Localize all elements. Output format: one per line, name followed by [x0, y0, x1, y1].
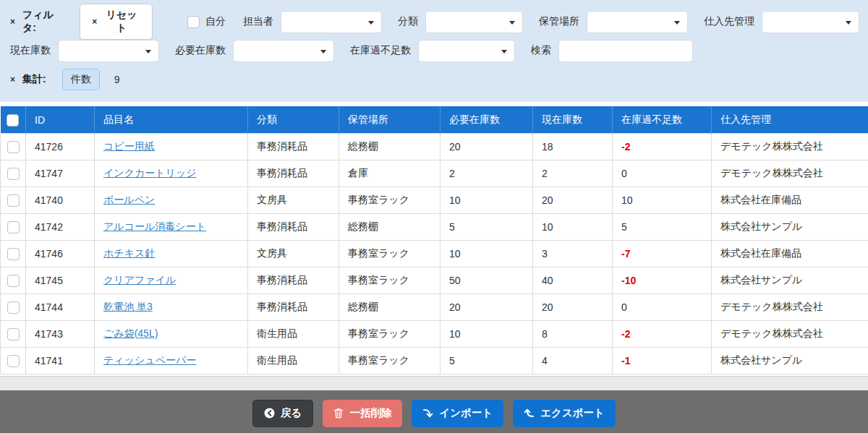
bulk-delete-button[interactable]: 一括削除 — [323, 400, 402, 427]
chevron-down-icon — [501, 50, 507, 53]
cell-stock-diff: -7 — [613, 241, 712, 267]
circle-arrow-left-icon — [264, 408, 275, 419]
count-badge: 件数 — [62, 69, 100, 90]
col-header-id[interactable]: ID — [26, 107, 95, 134]
row-checkbox[interactable] — [7, 355, 20, 367]
row-checkbox[interactable] — [7, 328, 20, 340]
col-header-stock-diff[interactable]: 在庫過不足数 — [613, 107, 712, 134]
cell-category: 事務消耗品 — [248, 160, 339, 187]
cell-stock-diff: 0 — [613, 160, 712, 187]
cell-supplier: デモテック株株式会社 — [712, 321, 868, 348]
inventory-table-wrap: ID 品目名 分類 保管場所 必要在庫数 現在庫数 在庫過不足数 仕入先管理 4… — [0, 106, 868, 374]
cell-current-stock: 40 — [533, 267, 613, 294]
item-link[interactable]: ごみ袋(45L) — [103, 327, 158, 339]
cell-current-stock: 8 — [533, 321, 613, 348]
row-checkbox-cell — [1, 321, 26, 348]
location-label: 保管場所 — [539, 15, 579, 28]
item-link[interactable]: ティッシュペーパー — [103, 354, 196, 366]
import-button-label: インポート — [439, 406, 493, 420]
supplier-select[interactable] — [762, 11, 859, 33]
chevron-down-icon — [674, 21, 680, 25]
horizontal-scrollbar-track[interactable] — [0, 376, 868, 390]
cell-item-name: クリアファイル — [95, 267, 248, 294]
filter-row-2: 現在庫数 必要在庫数 在庫過不足数 検索 — [10, 39, 859, 62]
row-checkbox[interactable] — [7, 301, 20, 314]
cell-location: 総務棚 — [339, 134, 441, 160]
cell-location: 事務室ラック — [339, 187, 441, 214]
table-row: 41740 ボールペン 文房具 事務室ラック 10 20 10 株式会社在庫備品 — [1, 187, 868, 214]
cell-supplier: 株式会社サンプル — [712, 214, 868, 241]
self-checkbox[interactable] — [187, 16, 200, 28]
cell-category: 事務消耗品 — [248, 294, 339, 321]
item-link[interactable]: ホチキス針 — [103, 247, 155, 259]
cell-item-name: ティッシュペーパー — [95, 348, 248, 374]
stock-diff-label: 在庫過不足数 — [350, 44, 411, 57]
item-link[interactable]: インクカートリッジ — [103, 167, 197, 179]
cell-required-stock: 10 — [441, 187, 533, 214]
cell-supplier: 株式会社在庫備品 — [712, 187, 868, 214]
self-checkbox-label: 自分 — [205, 15, 226, 28]
col-header-location[interactable]: 保管場所 — [339, 107, 441, 134]
summary-row: × 集計: 件数 9 — [10, 68, 859, 91]
row-checkbox[interactable] — [7, 275, 20, 287]
trash-icon — [333, 408, 344, 419]
reset-button[interactable]: × リセット — [80, 4, 153, 40]
cell-id: 41744 — [26, 294, 95, 321]
col-header-supplier[interactable]: 仕入先管理 — [712, 107, 868, 134]
cell-item-name: 乾電池 単3 — [95, 294, 248, 321]
item-link[interactable]: 乾電池 単3 — [103, 301, 153, 312]
cell-stock-diff: -10 — [613, 267, 712, 294]
row-checkbox-cell — [1, 267, 26, 294]
filter-collapse-icon[interactable]: × — [10, 17, 15, 27]
close-icon: × — [92, 17, 97, 27]
assignee-label: 担当者 — [243, 15, 273, 28]
cell-stock-diff: -2 — [613, 134, 712, 160]
assignee-select[interactable] — [281, 11, 382, 33]
cell-category: 事務消耗品 — [248, 214, 339, 241]
cell-id: 41742 — [26, 214, 95, 241]
cell-supplier: デモテック株株式会社 — [712, 134, 868, 160]
row-checkbox-cell — [1, 241, 26, 267]
cell-category: 衛生用品 — [248, 348, 339, 374]
summary-title: 集計: — [22, 73, 46, 86]
table-row: 41742 アルコール消毒シート 事務消耗品 総務棚 5 10 5 株式会社サン… — [1, 214, 868, 241]
col-header-required-stock[interactable]: 必要在庫数 — [441, 107, 533, 134]
chevron-down-icon — [320, 50, 326, 53]
supplier-label: 仕入先管理 — [704, 15, 754, 28]
row-checkbox[interactable] — [7, 194, 20, 207]
cell-required-stock: 10 — [441, 321, 533, 348]
select-all-checkbox[interactable] — [7, 114, 19, 127]
required-stock-select[interactable] — [233, 40, 334, 62]
cell-current-stock: 10 — [533, 214, 613, 241]
row-checkbox[interactable] — [7, 248, 20, 260]
curved-arrow-up-left-icon — [524, 408, 535, 419]
cell-required-stock: 50 — [441, 267, 533, 294]
export-button[interactable]: エクスポート — [513, 400, 616, 427]
col-header-current-stock[interactable]: 現在庫数 — [533, 107, 613, 134]
row-checkbox-cell — [1, 134, 26, 160]
item-link[interactable]: コピー用紙 — [103, 140, 155, 152]
search-input[interactable] — [558, 40, 693, 62]
cell-item-name: ごみ袋(45L) — [95, 321, 248, 348]
item-link[interactable]: アルコール消毒シート — [103, 220, 206, 232]
summary-collapse-icon[interactable]: × — [10, 74, 15, 85]
row-checkbox[interactable] — [7, 141, 20, 153]
row-checkbox[interactable] — [7, 168, 20, 180]
col-header-category[interactable]: 分類 — [248, 107, 339, 134]
cell-required-stock: 5 — [441, 348, 533, 374]
table-row: 41726 コピー用紙 事務消耗品 総務棚 20 18 -2 デモテック株株式会… — [1, 134, 868, 160]
import-button[interactable]: インポート — [412, 400, 503, 427]
table-body: 41726 コピー用紙 事務消耗品 総務棚 20 18 -2 デモテック株株式会… — [1, 134, 868, 374]
cell-id: 41740 — [26, 187, 95, 214]
col-header-item-name[interactable]: 品目名 — [95, 107, 248, 134]
cell-current-stock: 4 — [533, 348, 613, 374]
current-stock-select[interactable] — [58, 40, 159, 62]
cell-item-name: ホチキス針 — [95, 241, 248, 267]
item-link[interactable]: ボールペン — [103, 194, 155, 205]
back-button[interactable]: 戻る — [252, 400, 313, 427]
stock-diff-select[interactable] — [418, 40, 515, 62]
location-select[interactable] — [587, 11, 688, 33]
category-select[interactable] — [425, 11, 523, 33]
item-link[interactable]: クリアファイル — [103, 274, 176, 286]
row-checkbox[interactable] — [7, 221, 20, 233]
